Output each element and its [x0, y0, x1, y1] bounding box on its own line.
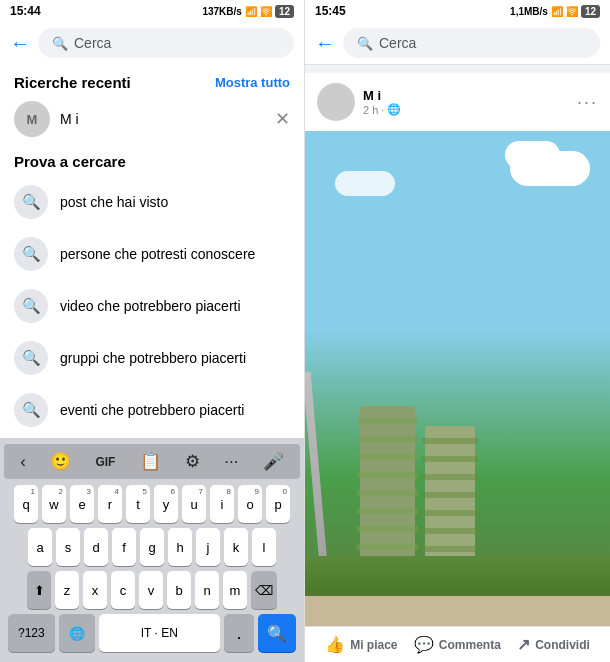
suggestion-item-3[interactable]: 🔍 gruppi che potrebbero piacerti [0, 332, 304, 384]
signal-icon: 📶 [245, 6, 257, 17]
post-card: M i 2 h · 🌐 ··· [305, 73, 610, 662]
kb-row-3: ⬆ z x c v b n m ⌫ [4, 571, 300, 609]
try-search-title: Prova a cercare [0, 143, 304, 176]
suggestion-item-2[interactable]: 🔍 video che potrebbero piacerti [0, 280, 304, 332]
kb-space-key[interactable]: IT · EN [99, 614, 220, 652]
signal-icon-right: 📶 [551, 6, 563, 17]
kb-mic-icon[interactable]: 🎤 [258, 449, 289, 474]
back-button-right[interactable]: ← [315, 32, 335, 55]
search-input-right[interactable]: 🔍 Cerca [343, 28, 600, 58]
comment-button[interactable]: 💬 Commenta [414, 635, 501, 654]
kb-back-icon[interactable]: ‹ [15, 450, 31, 474]
kb-key-d[interactable]: d [84, 528, 108, 566]
kb-key-m[interactable]: m [223, 571, 247, 609]
kb-num-sym-key[interactable]: ?123 [8, 614, 55, 652]
battery-left: 12 [275, 5, 294, 18]
status-icons-right: 1,1MB/s 📶 🛜 12 [510, 5, 600, 18]
kb-key-x[interactable]: x [83, 571, 107, 609]
suggestion-text-0: post che hai visto [60, 194, 168, 210]
kb-search-submit-key[interactable]: 🔍 [258, 614, 296, 652]
kb-key-v[interactable]: v [139, 571, 163, 609]
suggestion-text-3: gruppi che potrebbero piacerti [60, 350, 246, 366]
status-bar-left: 15:44 137KB/s 📶 🛜 12 [0, 0, 304, 22]
avatar-initial: M [27, 112, 38, 127]
kb-key-g[interactable]: g [140, 528, 164, 566]
kb-key-l[interactable]: l [252, 528, 276, 566]
kb-key-h[interactable]: h [168, 528, 192, 566]
status-bar-right: 15:45 1,1MB/s 📶 🛜 12 [305, 0, 610, 22]
recent-name-suffix: i [76, 111, 79, 127]
suggestion-item-1[interactable]: 🔍 persone che potresti conoscere [0, 228, 304, 280]
network-speed-right: 1,1MB/s [510, 6, 548, 17]
kb-key-p[interactable]: 0p [266, 485, 290, 523]
kb-key-c[interactable]: c [111, 571, 135, 609]
search-placeholder-left: Cerca [74, 35, 111, 51]
recent-name: M i [60, 111, 79, 127]
kb-key-f[interactable]: f [112, 528, 136, 566]
kb-key-u[interactable]: 7u [182, 485, 206, 523]
kb-key-k[interactable]: k [224, 528, 248, 566]
wall [305, 596, 610, 626]
back-button-left[interactable]: ← [10, 32, 30, 55]
kb-key-j[interactable]: j [196, 528, 220, 566]
kb-clipboard-icon[interactable]: 📋 [135, 449, 166, 474]
time-right: 15:45 [315, 4, 346, 18]
building-balconies-right [422, 426, 478, 566]
kb-key-y[interactable]: 6y [154, 485, 178, 523]
kb-settings-icon[interactable]: ⚙ [180, 449, 205, 474]
post-globe-icon: 🌐 [387, 103, 401, 116]
time-left: 15:44 [10, 4, 41, 18]
status-icons-left: 137KB/s 📶 🛜 12 [202, 5, 294, 18]
suggestion-search-icon-3: 🔍 [14, 341, 48, 375]
suggestion-item-4[interactable]: 🔍 eventi che potrebbero piacerti [0, 384, 304, 436]
suggestion-item-0[interactable]: 🔍 post che hai visto [0, 176, 304, 228]
share-label: Condividi [535, 638, 590, 652]
recent-name-m: M [60, 111, 72, 127]
suggestion-text-1: persone che potresti conoscere [60, 246, 255, 262]
kb-key-r[interactable]: 4r [98, 485, 122, 523]
kb-key-b[interactable]: b [167, 571, 191, 609]
like-button[interactable]: 👍 Mi piace [325, 635, 397, 654]
kb-key-t[interactable]: 5t [126, 485, 150, 523]
keyboard-toolbar: ‹ 🙂 GIF 📋 ⚙ ··· 🎤 [4, 444, 300, 479]
wifi-icon: 🛜 [260, 6, 272, 17]
network-speed-left: 137KB/s [202, 6, 241, 17]
share-icon: ↗ [517, 635, 530, 654]
kb-globe-key[interactable]: 🌐 [59, 614, 95, 652]
recent-item[interactable]: M M i ✕ [0, 95, 304, 143]
search-placeholder-right: Cerca [379, 35, 416, 51]
kb-key-n[interactable]: n [195, 571, 219, 609]
cloud-2 [505, 141, 560, 169]
post-dot: · [381, 104, 384, 116]
kb-emoji-icon[interactable]: 🙂 [45, 449, 76, 474]
kb-row-1: 1q 2w 3e 4r 5t 6y 7u 8i 9o 0p [4, 485, 300, 523]
comment-label: Commenta [439, 638, 501, 652]
post-header: M i 2 h · 🌐 ··· [305, 73, 610, 131]
post-image [305, 131, 610, 626]
share-button[interactable]: ↗ Condividi [517, 635, 590, 654]
search-input-left[interactable]: 🔍 Cerca [38, 28, 294, 58]
kb-key-z[interactable]: z [55, 571, 79, 609]
kb-more-icon[interactable]: ··· [219, 450, 243, 474]
kb-key-q[interactable]: 1q [14, 485, 38, 523]
kb-shift-key[interactable]: ⬆ [27, 571, 51, 609]
kb-dot-key[interactable]: . [224, 614, 254, 652]
kb-backspace-key[interactable]: ⌫ [251, 571, 277, 609]
kb-key-e[interactable]: 3e [70, 485, 94, 523]
kb-key-a[interactable]: a [28, 528, 52, 566]
right-panel: 15:45 1,1MB/s 📶 🛜 12 ← 🔍 Cerca M i [305, 0, 610, 662]
suggestion-text-4: eventi che potrebbero piacerti [60, 402, 244, 418]
close-recent-button[interactable]: ✕ [275, 108, 290, 130]
post-avatar [317, 83, 355, 121]
recent-title: Ricerche recenti [14, 74, 131, 91]
kb-key-w[interactable]: 2w [42, 485, 66, 523]
kb-row-2: a s d f g h j k l [4, 528, 300, 566]
kb-key-s[interactable]: s [56, 528, 80, 566]
post-more-button[interactable]: ··· [577, 92, 598, 113]
suggestion-search-icon-2: 🔍 [14, 289, 48, 323]
kb-gif-button[interactable]: GIF [90, 453, 120, 471]
show-all-button[interactable]: Mostra tutto [215, 75, 290, 90]
kb-key-i[interactable]: 8i [210, 485, 234, 523]
kb-key-o[interactable]: 9o [238, 485, 262, 523]
suggestion-search-icon-4: 🔍 [14, 393, 48, 427]
